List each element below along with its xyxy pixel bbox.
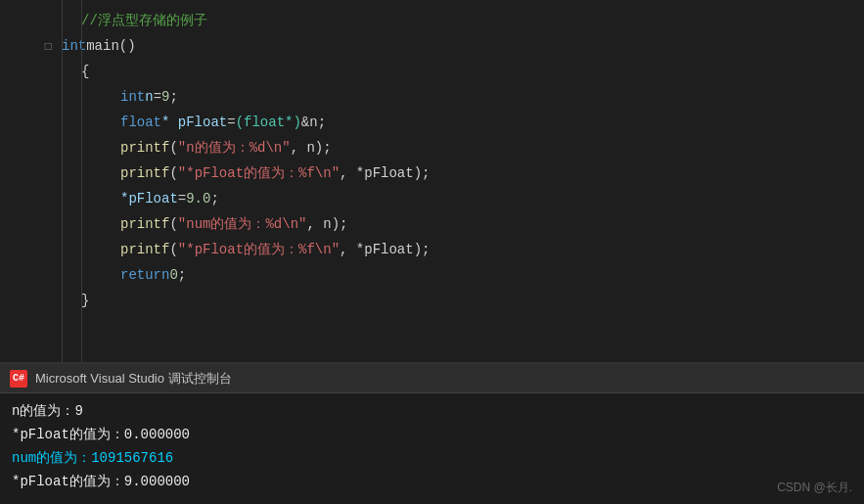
code-token: "n的值为：%d\n"	[178, 135, 291, 160]
code-line: float* pFloat = (float*)&n;	[4, 110, 864, 135]
code-token: 9	[161, 84, 169, 110]
console-output-line: *pFloat的值为：0.000000	[12, 423, 852, 446]
console-area: C# Microsoft Visual Studio 调试控制台 n的值为：9*…	[0, 362, 864, 504]
line-gutter: □	[8, 34, 62, 60]
code-token: }	[81, 288, 89, 313]
console-output-line: num的值为：1091567616	[12, 446, 852, 470]
code-token: , *pFloat);	[340, 160, 430, 186]
console-output-line: *pFloat的值为：9.000000	[12, 470, 852, 493]
console-output-line: n的值为：9	[12, 399, 852, 423]
code-token: ;	[169, 84, 177, 110]
code-line: printf("n的值为：%d\n", n);	[4, 135, 864, 160]
code-token: , n);	[306, 211, 347, 237]
code-token: =	[227, 110, 235, 135]
code-token: (	[169, 237, 177, 262]
code-line: printf("num的值为：%d\n", n);	[4, 211, 864, 237]
console-title: Microsoft Visual Studio 调试控制台	[35, 370, 232, 388]
code-line: □int main()	[4, 33, 864, 59]
code-token: (	[169, 160, 177, 186]
code-token: "*pFloat的值为：%f\n"	[178, 237, 340, 262]
code-token: (	[169, 135, 177, 160]
code-line: int n = 9;	[4, 84, 864, 110]
code-token: *pFloat	[120, 186, 178, 211]
code-line: *pFloat = 9.0;	[4, 186, 864, 211]
code-token: printf	[120, 237, 169, 262]
code-token: 9.0	[186, 186, 210, 211]
code-line: printf("*pFloat的值为：%f\n", *pFloat);	[4, 237, 864, 262]
code-line: return 0;	[4, 262, 864, 288]
code-token: * pFloat	[161, 110, 227, 135]
code-token: printf	[120, 211, 169, 237]
code-token: "*pFloat的值为：%f\n"	[178, 160, 340, 186]
console-icon-label: C#	[13, 373, 24, 384]
code-line: {	[4, 59, 864, 84]
app-container: //浮点型存储的例子□int main(){int n = 9;float* p…	[0, 0, 864, 504]
code-token: float	[120, 110, 161, 135]
code-token: int	[62, 33, 86, 59]
code-token: printf	[120, 135, 169, 160]
code-token: int	[120, 84, 145, 110]
code-token: (float*)	[236, 110, 301, 135]
collapse-button[interactable]: □	[45, 34, 52, 60]
code-token: return	[120, 262, 169, 288]
code-line: printf("*pFloat的值为：%f\n", *pFloat);	[4, 160, 864, 186]
console-icon: C#	[10, 370, 27, 388]
code-token: =	[154, 84, 161, 110]
code-line: //浮点型存储的例子	[4, 8, 864, 33]
code-token: , *pFloat);	[340, 237, 430, 262]
code-token: (	[169, 211, 177, 237]
code-token: &n;	[301, 110, 326, 135]
code-token: 0	[169, 262, 177, 288]
code-token: //浮点型存储的例子	[81, 8, 207, 33]
console-output: n的值为：9*pFloat的值为：0.000000num的值为：10915676…	[0, 393, 864, 499]
code-token: ;	[210, 186, 218, 211]
code-token: =	[178, 186, 186, 211]
editor-area: //浮点型存储的例子□int main(){int n = 9;float* p…	[0, 0, 864, 362]
watermark: CSDN @长月.	[777, 480, 852, 496]
code-line: }	[4, 288, 864, 313]
code-token: n	[145, 84, 153, 110]
code-token: main()	[86, 33, 135, 59]
code-token: , n);	[291, 135, 332, 160]
code-token: {	[81, 59, 89, 84]
console-header: C# Microsoft Visual Studio 调试控制台	[0, 364, 864, 393]
code-token: "num的值为：%d\n"	[178, 211, 307, 237]
code-token: printf	[120, 160, 169, 186]
code-token: ;	[178, 262, 186, 288]
